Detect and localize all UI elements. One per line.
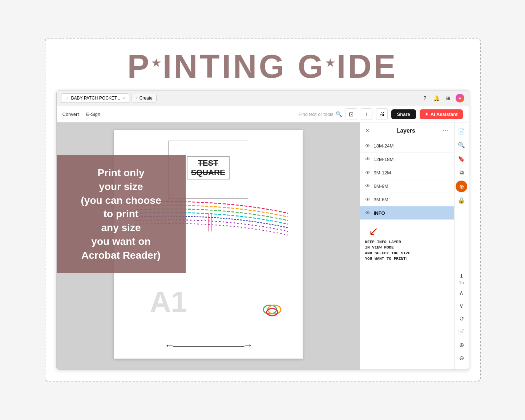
layer-name-6m9m: 6M-9M [374, 183, 388, 189]
total-pages: 15 [459, 280, 464, 285]
print-btn[interactable]: 🖨 [376, 108, 388, 120]
page-down-btn[interactable]: ∨ [456, 300, 467, 311]
bottom-arrow: ←————————→ [165, 340, 252, 351]
tab-favicon: ☆ [66, 96, 69, 100]
browser-window: ☆ BABY PATCH POCKET... × + Create ? 🔔 ⊞ … [56, 90, 469, 370]
page-up-btn[interactable]: ∧ [456, 287, 467, 298]
tab-label: BABY PATCH POCKET... [71, 96, 120, 101]
current-page: 1 [460, 274, 463, 279]
layer-name-3m6m: 3M-6M [374, 197, 388, 202]
annotation-arrow-icon: ↙ [369, 224, 449, 238]
right-sidebar: 📄 🔍 🔖 ⧉ ⊕ 🔒 1 15 ∧ ∨ ↺ 📄 ⊕ ⊖ [454, 122, 469, 369]
layer-name-18m24m: 18M-24M [374, 143, 394, 149]
layer-item-3m6m[interactable]: 👁 3M-6M [360, 193, 454, 206]
sidebar-search-btn[interactable]: 🔍 [456, 139, 467, 151]
main-content: TEST SQUARE [57, 122, 469, 369]
layer-item-9m12m[interactable]: 👁 9M-12M [360, 166, 454, 179]
search-text: Find text or tools [299, 112, 334, 117]
layer-name-info: INFO [374, 210, 385, 216]
overlay-box: Print onlyyour size(you can chooseto pri… [57, 155, 186, 273]
main-container: P★INTING G★IDE ☆ BABY PATCH POCKET... × … [45, 39, 481, 381]
layers-header: × Layers ··· [360, 122, 454, 139]
profile-icon-btn[interactable]: ● [456, 94, 464, 102]
eye-icon-18m24m: 👁 [365, 143, 370, 149]
eye-icon-12m18m: 👁 [365, 156, 370, 162]
layer-item-6m9m[interactable]: 👁 6M-9M [360, 179, 454, 193]
eye-icon-3m6m: 👁 [365, 197, 370, 202]
app-toolbar: Convert E-Sign Find text or tools 🔍 ⊡ ↑ … [57, 106, 469, 122]
search-icon[interactable]: 🔍 [336, 111, 342, 117]
pdf-area: TEST SQUARE [57, 122, 360, 369]
active-tab[interactable]: ☆ BABY PATCH POCKET... × [61, 93, 130, 103]
test-square-label: TEST SQUARE [186, 156, 229, 179]
refresh-btn[interactable]: ↺ [456, 313, 467, 324]
ai-icon: ✦ [425, 112, 429, 117]
eye-icon-9m12m: 👁 [365, 170, 370, 175]
browser-icons: ? 🔔 ⊞ ● [421, 94, 464, 102]
upload-btn[interactable]: ↑ [361, 108, 372, 120]
annotation-text: KEEP INFO LAYER IN VIEW MODE AND SELECT … [365, 239, 449, 262]
convert-menu[interactable]: Convert [62, 112, 79, 117]
fit-page-btn[interactable]: 📄 [456, 326, 467, 338]
toolbar-right: Find text or tools 🔍 ⊡ ↑ 🖨 Share ✦ AI As… [299, 108, 463, 120]
watermark-text: A1 [150, 285, 187, 319]
layer-item-info[interactable]: 👁 INFO [360, 206, 454, 220]
esign-menu[interactable]: E-Sign [86, 112, 100, 117]
help-icon-btn[interactable]: ? [421, 94, 429, 102]
annotation-area: ↙ KEEP INFO LAYER IN VIEW MODE AND SELEC… [360, 220, 454, 266]
new-tab-button[interactable]: + Create [132, 94, 156, 102]
title-area: P★INTING G★IDE [56, 50, 469, 83]
notification-icon-btn[interactable]: 🔔 [432, 94, 441, 102]
ai-label: AI Assistant [431, 112, 458, 117]
toolbar-left: Convert E-Sign [62, 112, 101, 117]
layers-panel: × Layers ··· 👁 18M-24M 👁 12M-18M 👁 9M-12… [360, 122, 454, 369]
layers-more-btn[interactable]: ··· [443, 127, 448, 134]
layer-item-12m18m[interactable]: 👁 12M-18M [360, 153, 454, 166]
sidebar-bookmark-btn[interactable]: 🔖 [456, 153, 467, 165]
eye-icon-info: 👁 [365, 210, 370, 216]
share-button[interactable]: Share [391, 109, 416, 119]
sidebar-thumbnail-btn[interactable]: 📄 [456, 125, 467, 137]
screenshot-btn[interactable]: ⊡ [346, 108, 357, 120]
eye-icon-6m9m: 👁 [365, 183, 370, 189]
layer-item-18m24m[interactable]: 👁 18M-24M [360, 139, 454, 153]
apps-icon-btn[interactable]: ⊞ [444, 94, 453, 102]
star-2: ★ [326, 58, 337, 68]
layer-name-9m12m: 9M-12M [374, 170, 391, 175]
rings-svg [259, 297, 284, 322]
star-1: ★ [152, 58, 163, 68]
tab-area: ☆ BABY PATCH POCKET... × + Create [61, 93, 417, 103]
sidebar-lock-btn[interactable]: 🔒 [456, 194, 467, 206]
page-title: P★INTING G★IDE [56, 50, 469, 83]
sidebar-copy-btn[interactable]: ⧉ [456, 167, 467, 178]
zoom-in-btn[interactable]: ⊕ [456, 339, 467, 351]
zoom-out-btn[interactable]: ⊖ [456, 352, 467, 364]
tab-close-btn[interactable]: × [122, 96, 125, 100]
browser-chrome: ☆ BABY PATCH POCKET... × + Create ? 🔔 ⊞ … [57, 90, 469, 106]
search-area: Find text or tools 🔍 [299, 111, 342, 117]
layers-close-btn[interactable]: × [366, 128, 369, 134]
layers-title: Layers [396, 128, 415, 134]
ai-assistant-button[interactable]: ✦ AI Assistant [420, 109, 463, 119]
sidebar-layers-btn[interactable]: ⊕ [456, 181, 467, 192]
overlay-text: Print onlyyour size(you can chooseto pri… [67, 166, 175, 262]
layer-name-12m18m: 12M-18M [374, 157, 394, 162]
